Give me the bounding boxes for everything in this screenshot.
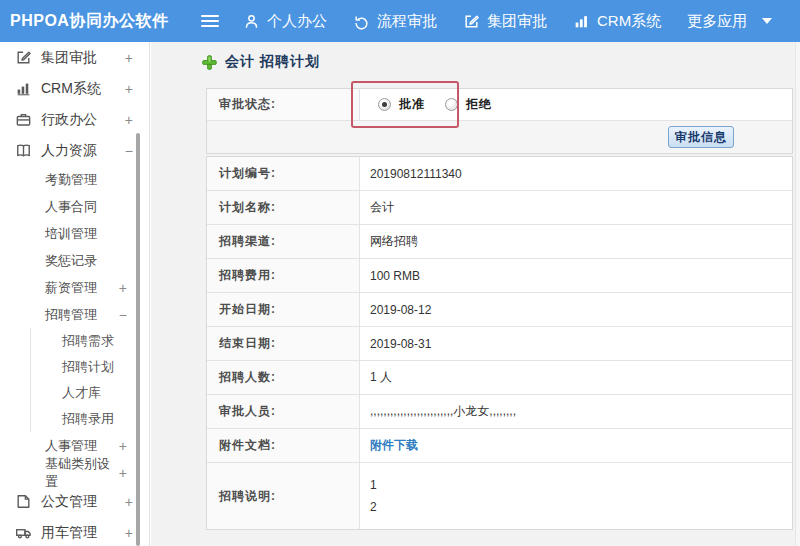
page-title: 会计 招聘计划 xyxy=(225,53,320,71)
add-plus-icon xyxy=(201,54,218,71)
description-line: 1 xyxy=(370,478,377,492)
top-bar: PHPOA协同办公软件 个人办公 流程审批 xyxy=(0,0,800,42)
table-row: 结束日期: 2019-08-31 xyxy=(207,327,792,361)
bar-chart-icon xyxy=(573,13,590,30)
caret-down-icon xyxy=(762,18,772,24)
nav-personal-office[interactable]: 个人办公 xyxy=(243,12,327,31)
field-label: 审批状态: xyxy=(207,89,360,120)
sidebar-item-attendance-mgmt[interactable]: 考勤管理 xyxy=(0,166,149,193)
sidebar-item-talent-pool[interactable]: 人才库 xyxy=(31,380,149,406)
bar-chart-icon xyxy=(15,80,32,97)
nav-crm-system[interactable]: CRM系统 xyxy=(573,12,661,31)
table-row: 审批人员: ,,,,,,,,,,,,,,,,,,,,,,,,,小龙女,,,,,,… xyxy=(207,395,792,429)
field-value: 1 2 xyxy=(360,463,792,529)
expand-plus-icon[interactable]: + xyxy=(125,494,133,510)
truck-icon xyxy=(15,524,32,541)
sidebar-item-recruitment-mgmt[interactable]: 招聘管理 − xyxy=(0,301,149,328)
field-value: 20190812111340 xyxy=(360,157,792,190)
field-value: ,,,,,,,,,,,,,,,,,,,,,,,,,小龙女,,,,,,,, xyxy=(360,395,792,428)
sidebar: 集团审批 + CRM系统 + 行政办公 + 人力资源 − 考勤管理 人事合同 xyxy=(0,42,150,546)
nav-more-apps[interactable]: 更多应用 xyxy=(687,12,772,31)
hamburger-menu-icon[interactable] xyxy=(200,12,220,30)
sidebar-item-document-mgmt[interactable]: 公文管理 + xyxy=(0,486,149,517)
table-row: 招聘人数: 1 人 xyxy=(207,361,792,395)
field-label: 计划编号: xyxy=(207,157,360,190)
radio-approve[interactable] xyxy=(378,98,391,111)
radio-reject[interactable] xyxy=(445,98,458,111)
content-header: 会计 招聘计划 xyxy=(201,53,320,71)
radio-reject-label: 拒绝 xyxy=(466,96,492,113)
expand-plus-icon[interactable]: + xyxy=(119,438,127,454)
approval-status-table: 审批状态: 批准 拒绝 审批信息 xyxy=(206,88,793,154)
field-label: 结束日期: xyxy=(207,327,360,360)
field-value: 1 人 xyxy=(360,361,792,394)
sidebar-item-vehicle-mgmt[interactable]: 用车管理 + xyxy=(0,517,149,546)
sidebar-item-admin-office[interactable]: 行政办公 + xyxy=(0,104,149,135)
field-label: 审批人员: xyxy=(207,395,360,428)
table-row: 招聘费用: 100 RMB xyxy=(207,259,792,293)
recruitment-plan-detail-table: 计划编号: 20190812111340 计划名称: 会计 招聘渠道: 网络招聘… xyxy=(206,156,793,530)
field-label: 招聘人数: xyxy=(207,361,360,394)
sidebar-item-recruitment-plan[interactable]: 招聘计划 xyxy=(31,354,149,380)
field-value: 100 RMB xyxy=(360,259,792,292)
field-label: 招聘费用: xyxy=(207,259,360,292)
workflow-icon xyxy=(353,13,370,30)
approval-info-button[interactable]: 审批信息 xyxy=(668,126,734,148)
document-icon xyxy=(15,493,32,510)
sidebar-item-human-resources[interactable]: 人力资源 − xyxy=(0,135,149,166)
sidebar-item-training-mgmt[interactable]: 培训管理 xyxy=(0,220,149,247)
top-nav: 个人办公 流程审批 集团审批 CRM系统 xyxy=(243,0,772,42)
table-row: 招聘说明: 1 2 xyxy=(207,463,792,529)
nav-group-approval[interactable]: 集团审批 xyxy=(463,12,547,31)
sidebar-item-recruitment-hiring[interactable]: 招聘录用 xyxy=(31,406,149,432)
expand-plus-icon[interactable]: + xyxy=(125,525,133,541)
approval-status-row: 审批状态: 批准 拒绝 xyxy=(207,89,792,121)
approval-action-row: 审批信息 xyxy=(207,121,792,153)
expand-plus-icon[interactable]: + xyxy=(119,280,127,296)
field-label: 开始日期: xyxy=(207,293,360,326)
edit-square-icon xyxy=(15,49,32,66)
table-row: 招聘渠道: 网络招聘 xyxy=(207,225,792,259)
main-content: 会计 招聘计划 审批状态: 批准 拒绝 审批信息 计划编号: 201908121… xyxy=(151,42,800,546)
page-scrollbar-track[interactable] xyxy=(795,42,800,546)
expand-plus-icon[interactable]: + xyxy=(125,112,133,128)
sidebar-scrollbar-thumb[interactable] xyxy=(136,133,140,546)
radio-approve-label: 批准 xyxy=(399,96,425,113)
user-icon xyxy=(243,13,260,30)
table-row: 附件文档: 附件下载 xyxy=(207,429,792,463)
field-value: 会计 xyxy=(360,191,792,224)
app-logo: PHPOA协同办公软件 xyxy=(10,0,168,42)
sidebar-item-rewards-records[interactable]: 奖惩记录 xyxy=(0,247,149,274)
field-value: 2019-08-31 xyxy=(360,327,792,360)
sidebar-item-recruitment-demand[interactable]: 招聘需求 xyxy=(31,328,149,354)
field-value: 2019-08-12 xyxy=(360,293,792,326)
collapse-minus-icon[interactable]: − xyxy=(125,143,133,159)
table-row: 开始日期: 2019-08-12 xyxy=(207,293,792,327)
field-label: 计划名称: xyxy=(207,191,360,224)
book-icon xyxy=(15,142,32,159)
field-label: 招聘渠道: xyxy=(207,225,360,258)
field-value: 网络招聘 xyxy=(360,225,792,258)
field-label: 招聘说明: xyxy=(207,463,360,529)
collapse-minus-icon[interactable]: − xyxy=(119,307,127,323)
edit-icon xyxy=(463,13,480,30)
field-label: 附件文档: xyxy=(207,429,360,462)
field-value: 附件下载 xyxy=(360,429,792,462)
sidebar-item-group-approval[interactable]: 集团审批 + xyxy=(0,42,149,73)
description-line: 2 xyxy=(370,500,377,514)
table-row: 计划编号: 20190812111340 xyxy=(207,157,792,191)
nav-workflow-approval[interactable]: 流程审批 xyxy=(353,12,437,31)
briefcase-icon xyxy=(15,111,32,128)
approval-status-options: 批准 拒绝 xyxy=(360,89,792,120)
expand-plus-icon[interactable]: + xyxy=(125,50,133,66)
recruitment-submenu: 招聘需求 招聘计划 人才库 招聘录用 xyxy=(30,328,149,432)
sidebar-item-salary-mgmt[interactable]: 薪资管理 + xyxy=(0,274,149,301)
expand-plus-icon[interactable]: + xyxy=(125,81,133,97)
sidebar-item-crm-system[interactable]: CRM系统 + xyxy=(0,73,149,104)
sidebar-item-base-category-settings[interactable]: 基础类别设置 + xyxy=(0,459,149,486)
attachment-download-link[interactable]: 附件下载 xyxy=(370,437,418,454)
expand-plus-icon[interactable]: + xyxy=(119,465,127,481)
sidebar-item-hr-contract[interactable]: 人事合同 xyxy=(0,193,149,220)
table-row: 计划名称: 会计 xyxy=(207,191,792,225)
